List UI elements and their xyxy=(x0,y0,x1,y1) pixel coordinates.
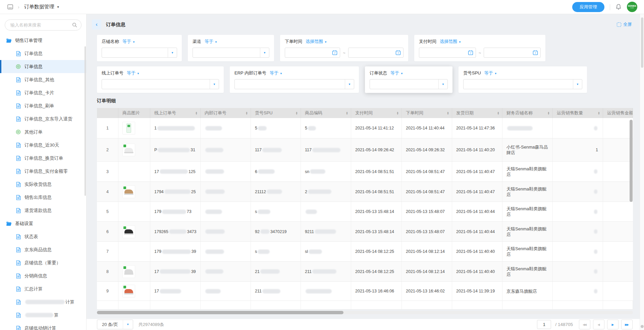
sidebar-item[interactable]: 计算 xyxy=(0,295,86,309)
sidebar-item[interactable]: 算 xyxy=(0,309,86,322)
sidebar-item[interactable]: 店铺低动销计算 xyxy=(0,322,86,330)
sidebar-item[interactable]: 状态表 xyxy=(0,230,86,243)
sidebar-item[interactable]: 实际收货信息 xyxy=(0,178,86,191)
filter-value-select[interactable]: ▼ xyxy=(463,79,582,89)
sidebar-item[interactable]: 订单信息_近30天 xyxy=(0,139,86,152)
filter-value-select[interactable]: ▼ xyxy=(370,79,448,89)
column-header[interactable]: 内部订单号▲▼ xyxy=(201,108,251,118)
date-start-input[interactable]: 7 xyxy=(419,48,476,58)
sort-icon[interactable]: ▲▼ xyxy=(396,111,399,115)
product-image[interactable] xyxy=(122,225,135,238)
product-image[interactable] xyxy=(122,185,135,198)
search-icon[interactable] xyxy=(72,22,77,28)
main-content: ‹ 订单信息 全屏 店铺名称等于▼▼渠道等于▼▼下单时间选择范围▼7~7支付时间… xyxy=(87,14,644,330)
product-image[interactable] xyxy=(122,122,135,134)
date-end-input[interactable]: 7 xyxy=(484,48,541,58)
online-order-no-text: 179265 xyxy=(154,229,168,234)
product-image[interactable] xyxy=(122,144,135,156)
column-header[interactable]: 商品编码▲▼ xyxy=(301,108,351,118)
product-image[interactable] xyxy=(122,265,135,278)
sort-icon[interactable]: ▲▼ xyxy=(346,111,348,115)
column-header[interactable]: 线上订单号▲▼ xyxy=(150,108,201,118)
filter-operator-dropdown[interactable]: 等于▼ xyxy=(127,70,140,76)
table-row[interactable]: 81739212112021-05-14 08:12:252021-05-14 … xyxy=(97,262,633,282)
filter-operator-dropdown[interactable]: 等于▼ xyxy=(205,39,217,45)
product-image[interactable] xyxy=(122,285,135,297)
table-row[interactable]: 717939ssl2021-05-14 08:12:252021-05-14 0… xyxy=(97,242,633,262)
sidebar-item[interactable]: 订单信息 xyxy=(0,60,86,73)
table-row[interactable]: 9172112021-05-13 16:46:062021-05-13 16:4… xyxy=(97,282,633,301)
filter-operator-dropdown[interactable]: 等于▼ xyxy=(122,39,135,45)
column-header[interactable]: 财务店铺名称▲▼ xyxy=(502,108,553,118)
page-scrollbar[interactable] xyxy=(641,17,643,68)
bell-icon[interactable] xyxy=(615,4,622,10)
table-vertical-scrollbar[interactable] xyxy=(630,120,633,202)
table-row[interactable]: 11552021-05-14 11:41:122021-05-14 11:40:… xyxy=(97,118,633,139)
table-row[interactable]: 6179265347392347021992112021-05-13 15:48… xyxy=(97,222,633,242)
scrollbar-down-arrow[interactable] xyxy=(641,325,644,328)
sidebar-item[interactable]: 销售出库信息 xyxy=(0,191,86,204)
prev-page-button[interactable]: ◀ xyxy=(593,320,604,329)
sidebar-item[interactable]: 订单信息 xyxy=(0,47,86,60)
sidebar-item[interactable]: 店铺信息（重要） xyxy=(0,256,86,269)
column-header[interactable]: 支付时间▲▼ xyxy=(351,108,402,118)
table-row[interactable]: 2P311171172021-05-14 09:26:422021-05-14 … xyxy=(97,139,633,162)
filter-value-select[interactable]: ▼ xyxy=(102,79,219,89)
filter-operator-dropdown[interactable]: 等于▼ xyxy=(484,70,497,76)
redacted-text xyxy=(205,169,224,174)
sidebar-item[interactable]: 其他订单 xyxy=(0,125,86,139)
table-row[interactable]: 517973s2021-05-13 15:48:142021-05-13 15:… xyxy=(97,202,633,222)
sort-icon[interactable]: ▲▼ xyxy=(497,111,499,115)
sidebar-item[interactable]: 订单信息_刷单 xyxy=(0,99,86,112)
search-input[interactable] xyxy=(10,22,72,28)
date-end-input[interactable]: 7 xyxy=(348,48,404,58)
sort-icon[interactable]: ▲▼ xyxy=(598,111,600,115)
sort-icon[interactable]: ▲▼ xyxy=(547,111,550,115)
table-row[interactable]: 41794252111222021-05-14 08:51:512021-05-… xyxy=(97,182,633,202)
avatar[interactable]: SENMA Code xyxy=(627,2,637,12)
table-horizontal-scrollbar[interactable] xyxy=(97,311,343,314)
window-icon[interactable] xyxy=(7,4,13,9)
fullscreen-button[interactable]: 全屏 xyxy=(617,21,632,28)
sort-icon[interactable]: ▲▼ xyxy=(296,111,298,115)
back-button[interactable]: ‹ xyxy=(92,19,101,30)
table-row-partial[interactable] xyxy=(97,301,633,310)
date-start-input[interactable]: 7 xyxy=(285,48,340,58)
column-header[interactable]: 下单时间▲▼ xyxy=(402,108,452,118)
sidebar-item[interactable]: 订单信息_实付金额零 xyxy=(0,165,86,178)
page-number-input[interactable] xyxy=(537,320,551,329)
filter-operator-dropdown[interactable]: 选择范围▼ xyxy=(306,39,327,45)
filter-operator-dropdown[interactable]: 选择范围▼ xyxy=(440,39,461,45)
pay-time: 2021-05-13 15:48:14 xyxy=(351,202,402,221)
sidebar-item[interactable]: 京东商品信息 xyxy=(0,243,86,256)
filter-value-select[interactable]: ▼ xyxy=(102,48,177,58)
sidebar-item[interactable]: 订单信息_卡片 xyxy=(0,86,86,99)
filter-value-select[interactable]: ▼ xyxy=(193,48,269,58)
sidebar-item[interactable]: 订单信息_其他 xyxy=(0,73,86,86)
filter-operator-dropdown[interactable]: 等于▼ xyxy=(390,70,403,76)
sidebar-item[interactable]: 分销商信息 xyxy=(0,269,86,282)
table-row[interactable]: 3171256sn2021-05-14 08:51:512021-05-14 0… xyxy=(97,162,633,182)
last-page-button[interactable]: ▶▶ xyxy=(621,320,633,329)
sort-icon[interactable]: ▲▼ xyxy=(447,111,449,115)
sort-icon[interactable]: ▲▼ xyxy=(195,111,198,115)
breadcrumb-app-switcher[interactable]: 订单数据管理 ▼ xyxy=(24,4,60,10)
sidebar-item[interactable]: 汇总计算 xyxy=(0,282,86,295)
column-header[interactable]: 发货日期▲▼ xyxy=(452,108,502,118)
sidebar-scrollbar[interactable] xyxy=(85,46,86,196)
redacted-text xyxy=(160,269,191,274)
page-size-select[interactable]: 20 条/页 ▼ xyxy=(97,320,133,329)
next-page-button[interactable]: ▶ xyxy=(607,320,619,329)
filter-operator-dropdown[interactable]: 等于▼ xyxy=(270,70,282,76)
sort-icon[interactable]: ▲▼ xyxy=(246,111,248,115)
sidebar-item[interactable]: 订单信息_换货订单 xyxy=(0,152,86,165)
sidebar-item[interactable]: 退货退款信息 xyxy=(0,204,86,217)
sidebar-group-0[interactable]: 销售订单管理 xyxy=(0,34,86,47)
filter-value-select[interactable]: ▼ xyxy=(234,79,354,89)
sidebar-item[interactable]: 订单信息_京东导入退货 xyxy=(0,112,86,125)
sidebar-group-1[interactable]: 基础设置 xyxy=(0,217,86,230)
first-page-button[interactable]: ◀◀ xyxy=(579,320,590,329)
app-manage-button[interactable]: 应用管理 xyxy=(572,2,604,12)
column-header[interactable]: 运营销售数量▲▼ xyxy=(553,108,603,118)
column-header[interactable]: 货号SPU▲▼ xyxy=(251,108,301,118)
